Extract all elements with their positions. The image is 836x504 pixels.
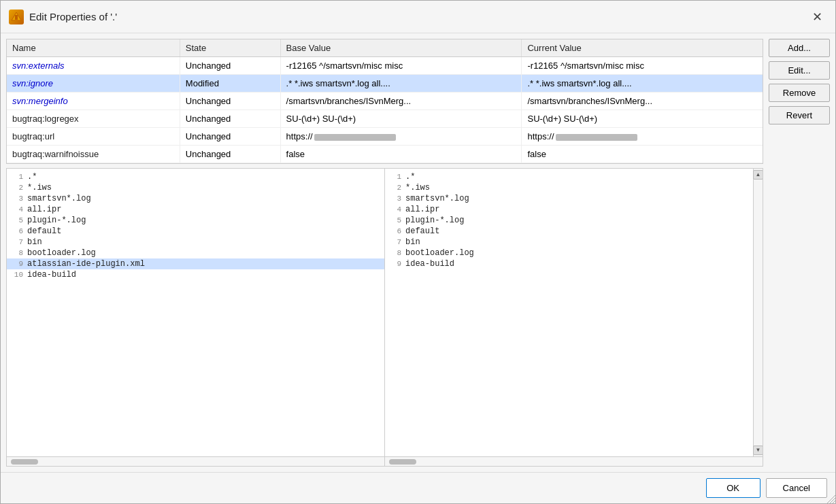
diff-right-hscrollbar[interactable]: [385, 456, 763, 466]
svg-line-4: [830, 498, 835, 503]
line-content: bootloader.log: [27, 248, 96, 258]
line-content: *.iws: [27, 183, 52, 192]
diff-right-panel: 1.*2*.iws3smartsvn*.log4all.ipr5plugin-*…: [385, 169, 763, 466]
table-row[interactable]: svn:externalsUnchanged-r12165 ^/smartsvn…: [7, 57, 763, 75]
cell-name: svn:ignore: [7, 75, 180, 93]
diff-line: 3smartsvn*.log: [385, 193, 763, 204]
bottom-bar: OK Cancel: [1, 472, 835, 503]
diff-line: 9atlassian-ide-plugin.xml: [7, 258, 384, 269]
properties-table-inner: Name State Base Value Current Value svn:…: [7, 39, 763, 163]
svg-rect-2: [15, 15, 18, 16]
diff-vscrollbar[interactable]: ▲ ▼: [753, 169, 763, 456]
diff-container: 1.*2*.iws3smartsvn*.log4all.ipr5plugin-*…: [6, 168, 763, 467]
line-content: plugin-*.log: [405, 216, 464, 225]
cell-state: Unchanged: [180, 93, 280, 110]
cancel-button[interactable]: Cancel: [766, 478, 827, 498]
diff-left-hscrollbar[interactable]: [7, 456, 384, 466]
diff-line: 5plugin-*.log: [7, 215, 384, 226]
edit-button[interactable]: Edit...: [769, 61, 830, 80]
right-panel: Add... Edit... Remove Revert: [769, 39, 830, 467]
cell-name: bugtraq:url: [7, 128, 180, 146]
cell-state: Unchanged: [180, 57, 280, 75]
diff-line: 4all.ipr: [385, 204, 763, 215]
col-header-name: Name: [7, 39, 180, 57]
line-content: idea-build: [405, 259, 454, 269]
remove-button[interactable]: Remove: [769, 84, 830, 102]
line-content: .*: [405, 172, 415, 182]
col-header-state: State: [180, 39, 280, 57]
line-number: 4: [388, 205, 401, 214]
cell-current-value: false: [522, 146, 763, 163]
line-number: 9: [388, 260, 401, 268]
cell-name: svn:mergeinfo: [7, 93, 180, 110]
add-button[interactable]: Add...: [769, 39, 830, 57]
table-body: svn:externalsUnchanged-r12165 ^/smartsvn…: [7, 57, 763, 163]
table-scroll-wrap[interactable]: Name State Base Value Current Value svn:…: [7, 39, 763, 163]
line-number: 7: [10, 238, 23, 246]
line-content: idea-build: [27, 270, 76, 280]
table-row[interactable]: bugtraq:urlUnchangedhttps://https://: [7, 128, 763, 146]
line-number: 5: [10, 216, 23, 224]
line-number: 3: [10, 195, 23, 203]
svg-rect-1: [15, 16, 18, 20]
diff-line: 2*.iws: [385, 182, 763, 193]
line-content: default: [27, 226, 61, 236]
close-button[interactable]: ✕: [807, 7, 827, 27]
ok-button[interactable]: OK: [706, 478, 760, 498]
scroll-up-btn[interactable]: ▲: [753, 170, 763, 180]
properties-table: Name State Base Value Current Value svn:…: [6, 39, 763, 164]
line-number: 8: [10, 249, 23, 257]
diff-line: 1.*: [385, 171, 763, 182]
cell-state: Modified: [180, 75, 280, 93]
diff-left-scroll[interactable]: 1.*2*.iws3smartsvn*.log4all.ipr5plugin-*…: [7, 169, 384, 456]
diff-line: 8bootloader.log: [385, 248, 763, 258]
line-number: 2: [388, 184, 401, 192]
table-row[interactable]: bugtraq:logregexUnchangedSU-(\d+) SU-(\d…: [7, 110, 763, 128]
line-content: *.iws: [405, 183, 430, 192]
cell-current-value: https://: [522, 128, 763, 146]
dialog-window: Edit Properties of '.' ✕ Name State Base…: [0, 0, 836, 504]
cell-current-value: .* *.iws smartsvn*.log all....: [522, 75, 763, 93]
title-bar: Edit Properties of '.' ✕: [1, 1, 835, 33]
diff-line: 1.*: [7, 171, 384, 182]
col-header-base: Base Value: [280, 39, 522, 57]
diff-line: 6default: [7, 226, 384, 237]
cell-base-value: /smartsvn/branches/ISvnMerg...: [280, 93, 522, 110]
table-row[interactable]: svn:mergeinfoUnchanged/smartsvn/branches…: [7, 93, 763, 110]
cell-base-value: SU-(\d+) SU-(\d+): [280, 110, 522, 128]
cell-state: Unchanged: [180, 146, 280, 163]
scroll-down-btn[interactable]: ▼: [753, 446, 763, 455]
line-content: bin: [27, 237, 42, 247]
diff-line: 3smartsvn*.log: [7, 193, 384, 204]
diff-line: 7bin: [385, 237, 763, 248]
cell-current-value: SU-(\d+) SU-(\d+): [522, 110, 763, 128]
line-number: 5: [388, 216, 401, 224]
cell-name: bugtraq:warnifnoissue: [7, 146, 180, 163]
table-row[interactable]: svn:ignoreModified.* *.iws smartsvn*.log…: [7, 75, 763, 93]
line-content: default: [405, 226, 439, 236]
cell-name: svn:externals: [7, 57, 180, 75]
line-content: smartsvn*.log: [405, 194, 469, 203]
diff-line: 8bootloader.log: [7, 248, 384, 258]
diff-right-scroll[interactable]: 1.*2*.iws3smartsvn*.log4all.ipr5plugin-*…: [385, 169, 763, 456]
cell-base-value: .* *.iws smartsvn*.log all....: [280, 75, 522, 93]
line-content: .*: [27, 172, 37, 182]
diff-left-hscrollbar-thumb[interactable]: [11, 459, 38, 465]
table-row[interactable]: bugtraq:warnifnoissueUnchangedfalsefalse: [7, 146, 763, 163]
line-number: 6: [388, 227, 401, 235]
line-content: bootloader.log: [405, 248, 474, 258]
cell-name: bugtraq:logregex: [7, 110, 180, 128]
line-content: atlassian-ide-plugin.xml: [27, 259, 145, 269]
dialog-title: Edit Properties of '.': [29, 11, 117, 22]
line-number: 3: [388, 195, 401, 203]
line-number: 9: [10, 260, 23, 268]
line-content: all.ipr: [27, 205, 61, 214]
diff-right-hscrollbar-thumb[interactable]: [389, 459, 416, 465]
line-number: 1: [388, 173, 401, 181]
line-number: 10: [10, 271, 23, 279]
resize-handle[interactable]: [826, 494, 835, 503]
svg-line-5: [833, 501, 835, 503]
main-content: Name State Base Value Current Value svn:…: [1, 33, 835, 472]
cell-current-value: /smartsvn/branches/ISvnMerg...: [522, 93, 763, 110]
revert-button[interactable]: Revert: [769, 106, 830, 124]
